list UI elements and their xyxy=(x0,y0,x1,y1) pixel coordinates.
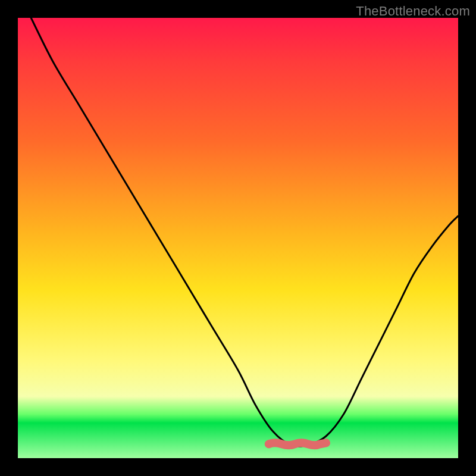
watermark-text: TheBottleneck.com xyxy=(356,4,470,19)
bottleneck-curve xyxy=(31,18,458,446)
flat-min-highlight xyxy=(269,443,326,445)
curve-layer xyxy=(18,18,458,458)
chart-stage: TheBottleneck.com xyxy=(0,0,476,476)
plot-area xyxy=(18,18,458,458)
